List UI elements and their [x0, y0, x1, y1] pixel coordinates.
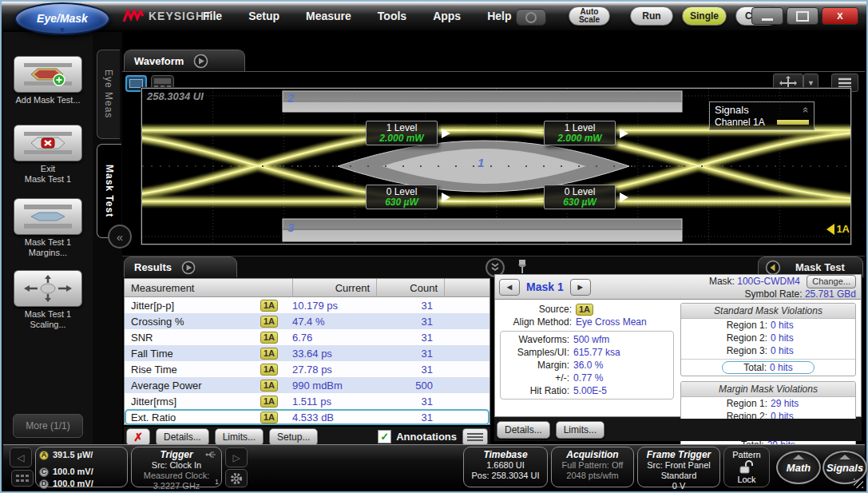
timebase-position-chip: 258.3034 UI: [147, 90, 204, 102]
settings-gear-button[interactable]: [225, 469, 248, 487]
maximize-button[interactable]: [787, 7, 818, 25]
resize-grip[interactable]: [854, 479, 863, 488]
results-tab[interactable]: Results: [124, 256, 237, 277]
menu-help[interactable]: Help: [487, 10, 511, 22]
mask-nav-label: Mask 1: [526, 280, 564, 293]
results-details-button[interactable]: Details...: [156, 428, 209, 446]
channels-panel[interactable]: A 391.5 µW/ C 100.0 mV/ D 100.0 mV/: [35, 447, 128, 487]
change-mask-button[interactable]: Change...: [807, 275, 856, 288]
channel-grid-button[interactable]: [11, 470, 34, 487]
play-icon[interactable]: [193, 54, 208, 69]
pin-icon[interactable]: [517, 259, 528, 275]
single-button[interactable]: Single: [682, 6, 727, 26]
table-row[interactable]: SNR 1A 6.76 31: [125, 329, 489, 345]
close-button[interactable]: X: [822, 7, 858, 25]
trigger-panel[interactable]: Trigger Src: Clock In Measured Clock: 3.…: [131, 447, 222, 487]
add-mask-icon: [23, 61, 73, 88]
legend-channel-label: Channel 1A: [715, 117, 765, 128]
hamburger-icon: [837, 78, 853, 89]
circle-arrow-left-icon[interactable]: [765, 260, 781, 276]
chevron-down-icon: ▼: [58, 26, 66, 34]
source-badge: 1A: [260, 300, 278, 312]
menu-apps[interactable]: Apps: [433, 10, 461, 22]
signals-legend[interactable]: Signals « Channel 1A: [709, 101, 814, 130]
channel-a-icon: A: [39, 451, 49, 460]
source-label: Source:: [495, 303, 576, 316]
align-method-value: Eye Cross Mean: [576, 316, 647, 328]
table-layout-button[interactable]: [462, 428, 488, 446]
screenshot-camera-icon[interactable]: [516, 9, 546, 26]
table-row[interactable]: Fall Time 1A 33.64 ps 31: [125, 345, 489, 361]
margins-icon: [23, 203, 73, 230]
add-mask-test-button[interactable]: Add Mask Test...: [11, 56, 85, 105]
sidebar-collapse-button[interactable]: «: [108, 225, 132, 248]
frame-trigger-panel[interactable]: Frame Trigger Src: Front Panel Standard …: [637, 447, 720, 487]
one-level-annotation-right: 1 Level 2.000 mW: [544, 121, 616, 145]
exit-mask-icon: [23, 129, 73, 157]
pattern-lock-button[interactable]: Pattern Lock: [723, 447, 770, 487]
mask-limits-button[interactable]: Limits...: [556, 421, 604, 439]
run-button[interactable]: Run: [630, 6, 673, 26]
menu-measure[interactable]: Measure: [306, 10, 351, 22]
mask-label: Mask:: [709, 276, 735, 287]
collapse-up-icon[interactable]: «: [800, 107, 812, 113]
checkbox-checked-icon[interactable]: ✓: [378, 430, 391, 443]
math-button[interactable]: Math: [776, 451, 821, 484]
source-badge: 1A: [260, 411, 278, 423]
results-limits-button[interactable]: Limits...: [215, 428, 264, 446]
double-chevron-down-icon: [490, 263, 500, 272]
scroll-right-button[interactable]: ▷: [225, 447, 248, 467]
grid-dots-icon: [16, 475, 29, 483]
arrow-right-icon: [620, 129, 628, 138]
more-button[interactable]: More (1/1): [13, 414, 83, 438]
symbol-rate-value: 25.781 GBd: [805, 288, 856, 300]
delete-measurement-button[interactable]: ✗: [126, 428, 150, 446]
channel-c-icon: C: [39, 467, 49, 477]
app-window: KEYSIGHT File Setup Measure Tools Apps H…: [0, 0, 868, 493]
arrow-right-icon: [442, 129, 450, 138]
mask-value: 100G-CWDM4: [737, 276, 800, 287]
table-row-selected[interactable]: Ext. Ratio 1A 4.533 dB 31: [125, 409, 489, 425]
play-icon[interactable]: [181, 260, 196, 275]
channel-1a-marker: 1A: [826, 223, 850, 235]
table-row[interactable]: Rise Time 1A 27.78 ps 31: [125, 361, 489, 377]
scroll-left-button[interactable]: ◁: [10, 447, 32, 467]
eye-mask-app-button[interactable]: Eye/Mask ▼: [14, 2, 110, 35]
table-row[interactable]: Jitter[p-p] 1A 10.179 ps 31: [125, 297, 489, 313]
acquisition-panel[interactable]: Acquisition Full Pattern: Off 2048 pts/w…: [551, 447, 634, 487]
tab-eye-meas[interactable]: Eye Meas: [97, 50, 120, 139]
prev-mask-button[interactable]: ◄: [499, 279, 520, 296]
mask-scaling-button[interactable]: Mask Test 1 Scaling...: [11, 270, 85, 330]
results-setup-button[interactable]: Setup...: [269, 428, 318, 446]
mask-test-panel: ◄ Mask 1 ► Mask: 100G-CWDM4 Change... Sy…: [494, 274, 862, 441]
usb-icon: [205, 451, 218, 459]
margin-violations-box: Margin Mask Violations Region 1:29 hits …: [680, 381, 856, 453]
source-badge: 1A: [260, 380, 278, 392]
mask-region-2-label: 2: [287, 91, 294, 105]
table-row[interactable]: Jitter[rms] 1A 1.511 ps 31: [125, 393, 489, 409]
mask-test-panel-header: ◄ Mask 1 ► Mask: 100G-CWDM4 Change... Sy…: [494, 274, 862, 300]
menu-file[interactable]: File: [203, 10, 222, 22]
channel-d-icon: D: [39, 479, 49, 489]
legend-title: Signals: [715, 104, 749, 116]
timebase-panel[interactable]: Timebase 1.6680 UI Pos: 258.3034 UI: [463, 447, 548, 487]
next-mask-button[interactable]: ►: [570, 279, 591, 296]
table-row[interactable]: Crossing % 1A 47.4 % 31: [125, 313, 489, 329]
menu-tools[interactable]: Tools: [378, 10, 406, 22]
auto-scale-button[interactable]: Auto Scale: [569, 6, 610, 26]
gear-icon: [229, 471, 244, 486]
table-row[interactable]: Average Power 1A 990 mdBm 500: [125, 377, 489, 393]
waveform-tab[interactable]: Waveform: [124, 50, 245, 71]
eye-diagram-display[interactable]: 258.3034 UI 2 3 1 1 Level 2.000 mW 1 Lev…: [141, 88, 851, 245]
channel-color-swatch: [777, 120, 809, 125]
annotations-toggle[interactable]: ✓ Annotations: [378, 430, 457, 443]
exit-mask-test-button[interactable]: Exit Mask Test 1: [11, 125, 85, 185]
mask-details-button[interactable]: Details...: [497, 421, 550, 439]
source-badge: 1A: [260, 348, 278, 360]
mask-margins-button[interactable]: Mask Test 1 Margins...: [11, 198, 85, 258]
arrow-right-icon: [620, 193, 628, 202]
mask-test-body: Source: 1A Align Method: Eye Cross Mean …: [494, 300, 862, 417]
zero-level-annotation-left: 0 Level 630 µW: [366, 185, 438, 209]
minimize-button[interactable]: [751, 7, 783, 25]
menu-setup[interactable]: Setup: [248, 10, 279, 22]
